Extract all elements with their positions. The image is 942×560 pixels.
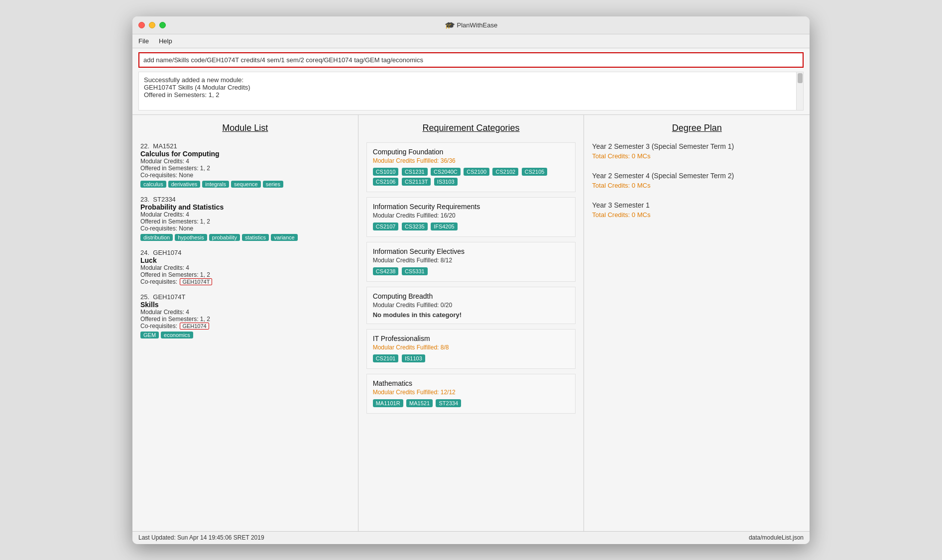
req-badges-5: MA1101R MA1521 ST2334	[373, 398, 570, 408]
close-button[interactable]	[138, 22, 145, 28]
badge-ma1101r: MA1101R	[373, 399, 403, 407]
tag-statistics: statistics	[242, 234, 269, 241]
badge-cs2100: CS2100	[464, 168, 489, 176]
window-title: 🎓 🎓 PlanWithEase	[445, 21, 497, 29]
output-line-2: GEH1074T Skills (4 Modular Credits)	[144, 84, 798, 91]
degree-section-title-2: Year 3 Semester 1	[592, 201, 802, 209]
badge-cs2102: CS2102	[492, 168, 518, 176]
tag-hypothesis: hypothesis	[175, 234, 207, 241]
command-input[interactable]	[138, 52, 804, 68]
module-item-23: 23. ST2334 Probability and Statistics Mo…	[140, 196, 350, 241]
minimize-button[interactable]	[149, 22, 155, 28]
badge-is3103: IS3103	[434, 178, 458, 186]
module-list-column: Module List 22. MA1521 Calculus for Comp…	[132, 115, 358, 531]
degree-plan-body[interactable]: Year 2 Semester 3 (Special Semester Term…	[584, 139, 810, 531]
tag-distribution: distribution	[140, 234, 173, 241]
output-area: Successfully added a new module: GEH1074…	[138, 72, 804, 111]
badge-cs1231: CS1231	[402, 168, 428, 176]
badge-cs2105: CS2105	[522, 168, 548, 176]
req-cat-name-3: Computing Breadth	[373, 292, 570, 300]
output-line-1: Successfully added a new module:	[144, 76, 798, 84]
badge-cs1010: CS1010	[373, 168, 399, 176]
badge-ifs4205: IFS4205	[431, 223, 458, 230]
badge-is1103: IS1103	[402, 354, 425, 362]
req-no-modules-3: No modules in this category!	[373, 311, 570, 319]
module-23-code: 23. ST2334	[140, 196, 350, 203]
menu-help[interactable]: Help	[159, 37, 172, 45]
badge-cs2113t: CS2113T	[402, 178, 431, 186]
menu-file[interactable]: File	[138, 37, 149, 45]
badge-cs4238: CS4238	[373, 267, 399, 275]
req-cat-infosec-elec: Information Security Electives Modular C…	[366, 242, 576, 282]
req-badges-2: CS4238 CS5331	[373, 266, 570, 276]
req-cat-infosec-req: Information Security Requirements Modula…	[366, 197, 576, 237]
req-cat-mathematics: Mathematics Modular Credits Fulfilled: 1…	[366, 374, 576, 414]
module-22-name: Calculus for Computing	[140, 150, 350, 158]
badge-cs5331: CS5331	[402, 267, 428, 275]
module-22-semesters: Offered in Semesters: 1, 2	[140, 165, 350, 172]
degree-section-title-1: Year 2 Semester 4 (Special Semester Term…	[592, 172, 802, 180]
module-25-semesters: Offered in Semesters: 1, 2	[140, 316, 350, 323]
tag-series: series	[263, 181, 283, 188]
module-item-25: 25. GEH1074T Skills Modular Credits: 4 O…	[140, 293, 350, 338]
req-fulfilled-2: Modular Credits Fulfilled: 8/12	[373, 257, 570, 264]
req-fulfilled-5: Modular Credits Fulfilled: 12/12	[373, 389, 570, 396]
degree-section-title-0: Year 2 Semester 3 (Special Semester Term…	[592, 142, 802, 150]
badge-cs2040c: CS2040C	[431, 168, 461, 176]
req-cat-it-prof: IT Professionalism Modular Credits Fulfi…	[366, 329, 576, 369]
degree-section-credits-1: Total Credits: 0 MCs	[592, 182, 802, 189]
module-25-coreq-badge: GEH1074	[180, 323, 209, 330]
module-22-tags: calculus derivatives integrals sequence …	[140, 181, 350, 188]
main-content: Module List 22. MA1521 Calculus for Comp…	[132, 114, 810, 531]
module-23-semesters: Offered in Semesters: 1, 2	[140, 218, 350, 225]
req-fulfilled-4: Modular Credits Fulfilled: 8/8	[373, 344, 570, 351]
maximize-button[interactable]	[159, 22, 166, 28]
module-24-name: Luck	[140, 256, 350, 264]
degree-plan-title: Degree Plan	[584, 115, 810, 139]
status-left: Last Updated: Sun Apr 14 19:45:06 SRET 2…	[138, 534, 264, 541]
tag-probability: probability	[209, 234, 240, 241]
menu-bar: File Help	[132, 34, 810, 48]
badge-ma1521: MA1521	[406, 399, 433, 407]
scrollbar-thumb	[798, 73, 803, 83]
req-badges-0: CS1010 CS1231 CS2040C CS2100 CS2102 CS21…	[373, 167, 570, 187]
module-item-22: 22. MA1521 Calculus for Computing Modula…	[140, 142, 350, 188]
output-line-3: Offered in Semesters: 1, 2	[144, 91, 798, 99]
req-categories-title: Requirement Categories	[358, 115, 584, 139]
tag-variance: variance	[271, 234, 298, 241]
degree-section-0: Year 2 Semester 3 (Special Semester Term…	[592, 142, 802, 160]
tag-gem: GEM	[140, 332, 159, 338]
module-24-coreq-badge: GEH1074T	[180, 278, 212, 285]
req-cat-name-0: Computing Foundation	[373, 148, 570, 156]
module-25-code: 25. GEH1074T	[140, 293, 350, 301]
tag-derivatives: derivatives	[168, 181, 201, 188]
req-categories-body[interactable]: Computing Foundation Modular Credits Ful…	[358, 139, 584, 531]
tag-economics: economics	[161, 332, 193, 338]
req-cat-name-5: Mathematics	[373, 379, 570, 387]
req-cat-computing-foundation: Computing Foundation Modular Credits Ful…	[366, 142, 576, 192]
degree-section-2: Year 3 Semester 1 Total Credits: 0 MCs	[592, 201, 802, 219]
req-cat-name-4: IT Professionalism	[373, 335, 570, 342]
module-25-name: Skills	[140, 301, 350, 309]
degree-section-credits-2: Total Credits: 0 MCs	[592, 211, 802, 219]
module-23-tags: distribution hypothesis probability stat…	[140, 234, 350, 241]
output-scrollbar[interactable]	[796, 72, 803, 110]
badge-cs3235: CS3235	[402, 223, 428, 230]
title-bar: 🎓 🎓 PlanWithEase	[132, 16, 810, 34]
req-fulfilled-3: Modular Credits Fulfilled: 0/20	[373, 302, 570, 309]
module-list-body[interactable]: 22. MA1521 Calculus for Computing Modula…	[132, 139, 358, 531]
req-cat-computing-breadth: Computing Breadth Modular Credits Fulfil…	[366, 287, 576, 324]
badge-st2334: ST2334	[436, 399, 461, 407]
module-25-coreqs: Co-requisites: GEH1074	[140, 323, 350, 330]
badge-cs2106: CS2106	[373, 178, 399, 186]
degree-plan-column: Degree Plan Year 2 Semester 3 (Special S…	[584, 115, 810, 531]
badge-cs2101: CS2101	[373, 354, 399, 362]
module-24-coreqs: Co-requisites: GEH1074T	[140, 278, 350, 285]
module-24-semesters: Offered in Semesters: 1, 2	[140, 271, 350, 278]
module-23-name: Probability and Statistics	[140, 203, 350, 211]
req-fulfilled-0: Modular Credits Fulfilled: 36/36	[373, 157, 570, 164]
status-bar: Last Updated: Sun Apr 14 19:45:06 SRET 2…	[132, 531, 810, 544]
module-24-credits: Modular Credits: 4	[140, 264, 350, 271]
command-area	[132, 48, 810, 72]
status-right: data/moduleList.json	[749, 534, 804, 541]
